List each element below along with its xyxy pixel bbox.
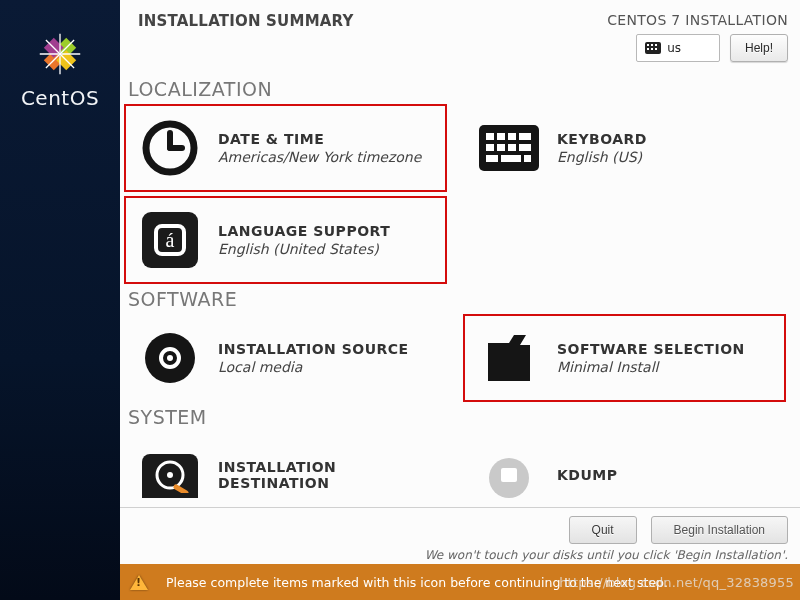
svg-point-29 xyxy=(167,472,173,478)
spoke-title: SOFTWARE SELECTION xyxy=(557,341,745,357)
spoke-status: English (US) xyxy=(557,149,647,165)
warning-strip[interactable]: Please complete items marked with this i… xyxy=(120,564,800,600)
install-label: CENTOS 7 INSTALLATION xyxy=(607,12,788,28)
svg-rect-31 xyxy=(501,468,517,482)
warning-text: Please complete items marked with this i… xyxy=(166,575,668,590)
sidebar: CentOS xyxy=(0,0,120,600)
spoke-status: Americas/New York timezone xyxy=(218,149,421,165)
spoke-language-support[interactable]: á LANGUAGE SUPPORT English (United State… xyxy=(124,196,447,284)
help-button[interactable]: Help! xyxy=(730,34,788,62)
spoke-kdump[interactable]: KDUMP xyxy=(463,432,786,507)
keyboard-large-icon xyxy=(479,118,539,178)
header: INSTALLATION SUMMARY CENTOS 7 INSTALLATI… xyxy=(120,0,800,68)
svg-rect-22 xyxy=(524,155,531,162)
language-icon: á xyxy=(140,210,200,270)
svg-rect-15 xyxy=(519,133,531,140)
content-scroll[interactable]: LOCALIZATION DATE & TIME Americas/New Yo… xyxy=(120,68,800,507)
svg-point-27 xyxy=(167,355,173,361)
hard-drive-icon xyxy=(140,446,200,506)
spoke-title: INSTALLATION DESTINATION xyxy=(218,459,433,491)
spoke-title: KEYBOARD xyxy=(557,131,647,147)
warning-icon xyxy=(130,575,148,590)
svg-rect-17 xyxy=(497,144,505,151)
kdump-icon xyxy=(479,446,539,506)
clock-icon xyxy=(140,118,200,178)
svg-rect-16 xyxy=(486,144,494,151)
keyboard-icon xyxy=(645,42,661,54)
svg-rect-14 xyxy=(508,133,516,140)
spoke-title: LANGUAGE SUPPORT xyxy=(218,223,390,239)
svg-rect-18 xyxy=(508,144,516,151)
spoke-title: KDUMP xyxy=(557,467,618,483)
svg-text:á: á xyxy=(166,229,175,251)
centos-logo-icon xyxy=(38,32,82,76)
spoke-keyboard[interactable]: KEYBOARD English (US) xyxy=(463,104,786,192)
svg-rect-12 xyxy=(486,133,494,140)
svg-rect-13 xyxy=(497,133,505,140)
spoke-status: Minimal Install xyxy=(557,359,745,375)
begin-installation-button[interactable]: Begin Installation xyxy=(651,516,788,544)
svg-rect-19 xyxy=(519,144,531,151)
spoke-software-selection[interactable]: SOFTWARE SELECTION Minimal Install xyxy=(463,314,786,402)
section-software: SOFTWARE xyxy=(128,288,798,310)
svg-rect-20 xyxy=(486,155,498,162)
brand-label: CentOS xyxy=(21,86,99,110)
keyboard-layout-indicator[interactable]: us xyxy=(636,34,720,62)
svg-rect-21 xyxy=(501,155,521,162)
button-bar-hint: We won't touch your disks until you clic… xyxy=(425,548,788,562)
spoke-installation-source[interactable]: INSTALLATION SOURCE Local media xyxy=(124,314,447,402)
quit-button[interactable]: Quit xyxy=(569,516,637,544)
keyboard-layout-code: us xyxy=(667,41,681,55)
spoke-installation-destination[interactable]: INSTALLATION DESTINATION xyxy=(124,432,447,507)
package-icon xyxy=(479,328,539,388)
disc-icon xyxy=(140,328,200,388)
section-localization: LOCALIZATION xyxy=(128,78,798,100)
spoke-status: English (United States) xyxy=(218,241,390,257)
page-title: INSTALLATION SUMMARY xyxy=(138,12,354,30)
spoke-status: Local media xyxy=(218,359,409,375)
spoke-title: DATE & TIME xyxy=(218,131,421,147)
spoke-date-time[interactable]: DATE & TIME Americas/New York timezone xyxy=(124,104,447,192)
spoke-title: INSTALLATION SOURCE xyxy=(218,341,409,357)
section-system: SYSTEM xyxy=(128,406,798,428)
